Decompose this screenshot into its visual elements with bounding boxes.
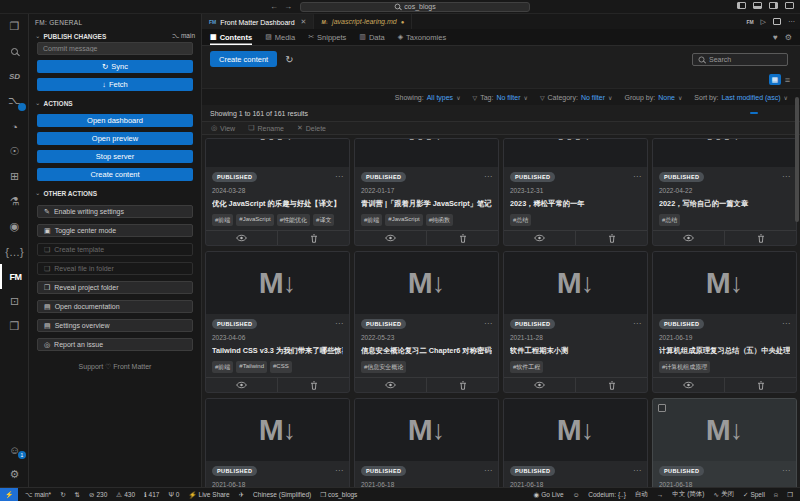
translate-arrow-item[interactable]: →	[657, 491, 664, 498]
notifications-bell-item[interactable]: ⍾	[774, 491, 778, 499]
sidebar-action-button[interactable]: Open preview	[37, 132, 193, 145]
tag-pill[interactable]: #纯函数	[426, 214, 453, 226]
delete-article-button[interactable]	[426, 378, 498, 392]
view-article-button[interactable]	[355, 231, 426, 245]
article-card[interactable]: M↓ PUBLISHED ⋯ 2021-06-18	[652, 398, 797, 487]
filter-dropdown[interactable]: ▽ Tag: No filter ∨	[473, 94, 528, 101]
infos-item[interactable]: ℹ417	[144, 491, 159, 499]
card-menu-icon[interactable]: ⋯	[782, 322, 790, 326]
sync-item[interactable]: ↻	[60, 491, 65, 499]
testing-icon[interactable]: ⚗	[0, 189, 29, 214]
card-menu-icon[interactable]: ⋯	[335, 469, 343, 473]
warnings-item[interactable]: ⚠430	[116, 491, 135, 499]
git-branch-item[interactable]: ⌥main*	[25, 491, 51, 499]
sidebar-action-button[interactable]: Stop server	[37, 150, 193, 163]
toggle-secondary-sidebar-icon[interactable]	[769, 2, 778, 9]
article-card[interactable]: M↓ PUBLISHED ⋯ 2021-11-28 软件工程期末小测 #软件工程	[503, 251, 648, 393]
selection-toolbar-action[interactable]: ✕ Delete	[297, 124, 326, 132]
more-actions-icon[interactable]: ⋯	[788, 18, 795, 26]
article-card[interactable]: M↓ PUBLISHED ⋯ 2022-04-22 2022，写给自己的一篇文章…	[652, 138, 797, 246]
filter-dropdown[interactable]: Showing: All types ∨	[395, 94, 461, 101]
search-icon[interactable]	[0, 39, 29, 64]
eslint-icon[interactable]: ◉	[0, 214, 29, 239]
tag-pill[interactable]: #总结	[510, 214, 531, 226]
sd-extension-icon[interactable]: SD	[0, 64, 29, 89]
delete-article-button[interactable]	[575, 231, 647, 245]
toggle-off-item[interactable]: ∿关闭	[713, 490, 733, 499]
card-menu-icon[interactable]: ⋯	[335, 322, 343, 326]
card-menu-icon[interactable]: ⋯	[633, 322, 641, 326]
sync-button[interactable]: ↻ Sync	[37, 60, 193, 73]
card-menu-icon[interactable]: ⋯	[782, 175, 790, 179]
delete-article-button[interactable]	[277, 231, 349, 245]
sidebar-other-action-button[interactable]: ◎ Report an issue	[37, 338, 193, 351]
refresh-icon[interactable]: ↻	[285, 54, 293, 65]
dashboard-nav-tab[interactable]: ◈ Taxonomies	[398, 29, 446, 45]
tag-pill[interactable]: #JavaScript	[385, 214, 422, 226]
tag-pill[interactable]: #JavaScript	[236, 214, 273, 226]
view-article-button[interactable]	[504, 231, 575, 245]
command-center-search[interactable]: cos_blogs	[300, 2, 530, 12]
card-menu-icon[interactable]: ⋯	[484, 469, 492, 473]
dashboard-nav-tab[interactable]: ✂ Snippets	[308, 29, 346, 45]
commit-message-input[interactable]	[37, 42, 193, 55]
view-article-button[interactable]	[504, 378, 575, 392]
tag-pill[interactable]: #前端	[212, 361, 233, 373]
lightbulb-icon[interactable]: ☉	[0, 139, 29, 164]
sidebar-other-action-button[interactable]: ❏ Create template	[37, 243, 193, 256]
view-article-button[interactable]	[206, 378, 277, 392]
tag-pill[interactable]: #信息安全概论	[361, 361, 406, 373]
card-menu-icon[interactable]: ⋯	[335, 175, 343, 179]
tag-pill[interactable]: #CSS	[270, 361, 292, 373]
sidebar-other-action-button[interactable]: ▣ Toggle center mode	[37, 224, 193, 237]
filter-dropdown[interactable]: Group by: None ∨	[624, 94, 682, 101]
sidebar-other-action-button[interactable]: ✎ Enable writing settings	[37, 205, 193, 218]
source-control-icon[interactable]: ⌥	[0, 89, 29, 114]
delete-article-button[interactable]	[724, 231, 796, 245]
settings-gear-icon[interactable]: ⚙	[0, 462, 29, 487]
dashboard-nav-tab[interactable]: ▥ Data	[359, 29, 384, 45]
article-card[interactable]: M↓ PUBLISHED ⋯ 2021-06-18	[354, 398, 499, 487]
sidebar-action-button[interactable]: Create content	[37, 168, 193, 181]
article-card[interactable]: M↓ PUBLISHED ⋯ 2023-04-06 Tailwind CSS v…	[205, 251, 350, 393]
article-card[interactable]: M↓ PUBLISHED ⋯ 2021-06-19 计算机组成原理复习总结（五）…	[652, 251, 797, 393]
article-card[interactable]: M↓ PUBLISHED ⋯ 2022-05-23 信息安全概论复习二 Chap…	[354, 251, 499, 393]
account-icon[interactable]: ☺ 1	[0, 437, 29, 462]
sidebar-other-action-button[interactable]: ▤ Settings overview	[37, 319, 193, 332]
tag-pill[interactable]: #软件工程	[510, 361, 543, 373]
search-input[interactable]	[709, 56, 779, 63]
tag-pill[interactable]: #总结	[659, 214, 680, 226]
tab-javascript-learing[interactable]: M↓ javascript-learing.md ●	[314, 14, 412, 29]
nav-forward-icon[interactable]: →	[284, 2, 292, 11]
spell-item[interactable]: ✓Spell	[743, 491, 765, 499]
article-card[interactable]: M↓ PUBLISHED ⋯ 2021-06-18	[503, 398, 648, 487]
codeium-item[interactable]: Codeium: {..}	[588, 491, 626, 498]
delete-article-button[interactable]	[575, 378, 647, 392]
view-article-button[interactable]	[653, 231, 724, 245]
card-checkbox[interactable]	[658, 404, 666, 412]
fetch-button[interactable]: ↓ Fetch	[37, 78, 193, 91]
card-menu-icon[interactable]: ⋯	[484, 175, 492, 179]
grid-view-button[interactable]: ▦	[769, 74, 781, 85]
delete-article-button[interactable]	[724, 378, 796, 392]
support-frontmatter-link[interactable]: Support ♡ Front Matter	[29, 363, 201, 371]
view-article-button[interactable]	[206, 231, 277, 245]
filter-dropdown[interactable]: Sort by: Last modified (asc) ∨	[694, 94, 788, 101]
article-card[interactable]: M↓ PUBLISHED ⋯ 2022-01-17 青训营 |「跟着月影学 Ja…	[354, 138, 499, 246]
toggle-panel-icon[interactable]	[753, 2, 762, 9]
article-card[interactable]: M↓ PUBLISHED ⋯ 2021-06-18	[205, 398, 350, 487]
explorer-icon[interactable]: ❐	[0, 14, 29, 39]
card-menu-icon[interactable]: ⋯	[484, 322, 492, 326]
dashboard-nav-tab[interactable]: ▦ Contents	[210, 29, 252, 45]
filter-dropdown[interactable]: ▽ Category: No filter ∨	[540, 94, 613, 101]
card-menu-icon[interactable]: ⋯	[633, 175, 641, 179]
selection-toolbar-action[interactable]: ❏ Rename	[248, 124, 284, 132]
view-article-button[interactable]	[653, 378, 724, 392]
go-live-item[interactable]: ◉Go Live	[534, 491, 564, 499]
table-extension-icon[interactable]: ⊞	[0, 164, 29, 189]
nav-back-icon[interactable]: ←	[270, 2, 278, 11]
scrollbar[interactable]	[795, 97, 799, 222]
sidebar-other-action-button[interactable]: ❏ Reveal file in folder	[37, 262, 193, 275]
folder-extension-icon[interactable]: ❒	[0, 314, 29, 339]
close-icon[interactable]: ✕	[301, 18, 307, 26]
